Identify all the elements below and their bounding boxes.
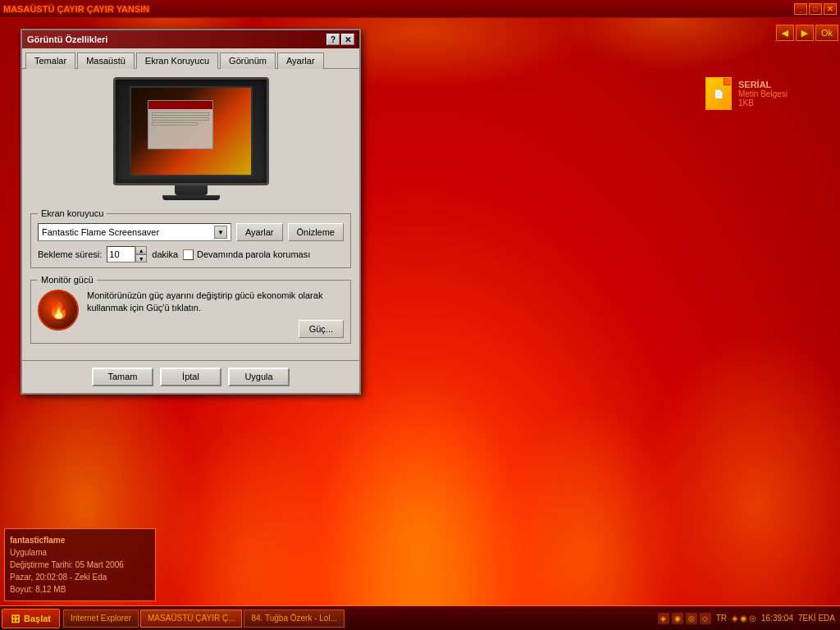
- date: 7EKİ EDA: [798, 614, 835, 623]
- tray-icon-4: ◇: [700, 613, 711, 624]
- screensaver-select[interactable]: Fantastic Flame Screensaver ▼: [38, 223, 231, 241]
- preview-button[interactable]: Önizleme: [288, 223, 344, 241]
- serial-file[interactable]: 📄 SERİAL Metin Belgesi 1KB: [702, 74, 791, 113]
- select-arrow-icon[interactable]: ▼: [214, 226, 227, 239]
- taskbar-items: Internet Explorer MASAÜSTÜ ÇAYIR Ç... 84…: [63, 609, 655, 628]
- tray-icon-1: ◈: [658, 613, 669, 624]
- spinner-down-button[interactable]: ▼: [135, 254, 147, 262]
- power-icon: 🔥: [38, 290, 79, 331]
- wait-input[interactable]: 10: [107, 246, 135, 262]
- app-name: fantasticflame: [10, 534, 150, 546]
- clock: 16:39:04: [761, 614, 793, 623]
- wait-label: Bekleme süresi:: [38, 249, 102, 259]
- screen-miniwindow: [148, 100, 213, 149]
- screensaver-legend: Ekran koruyucu: [38, 208, 107, 218]
- screensaver-value: Fantastic Flame Screensaver: [42, 227, 159, 237]
- wait-row: Bekleme süresi: 10 ▲ ▼ dakika Devamında …: [38, 246, 344, 262]
- title-bar-buttons: _ □ ✕: [794, 3, 837, 15]
- power-description: Monitörünüzün güç ayarını değiştirip güc…: [87, 290, 344, 315]
- ok-nav-button[interactable]: Ok: [815, 25, 838, 41]
- modified-time: Pazar, 20:02:08 - Zeki Eda: [10, 571, 150, 583]
- tray-icons-right: ◈ ◉ ◎: [732, 614, 756, 623]
- app-type: Uygulama: [10, 546, 150, 559]
- maximize-button[interactable]: □: [809, 3, 822, 15]
- window-title: MASAÜSTÜ ÇAYIR ÇAYIR YANSIN: [3, 4, 794, 14]
- monitor-frame: [113, 77, 269, 185]
- monitor-legend: Monitör gücü: [38, 275, 97, 285]
- monitor-preview: [113, 77, 269, 200]
- password-checkbox[interactable]: [183, 249, 194, 260]
- start-button[interactable]: ⊞ Başlat: [2, 609, 60, 628]
- file-name: SERİAL: [738, 80, 788, 89]
- wait-spinner: 10 ▲ ▼: [107, 246, 147, 262]
- windows-icon: ⊞: [11, 612, 21, 625]
- dialog-tabs: Temalar Masaüstü Ekran Koruyucu Görünüm …: [22, 48, 359, 68]
- taskbar: ⊞ Başlat Internet Explorer MASAÜSTÜ ÇAYI…: [0, 605, 840, 630]
- taskbar-tray-icons: ◈ ◉ ◎ ◇: [658, 613, 711, 624]
- file-type: Metin Belgesi: [738, 89, 788, 98]
- monitor-stand: [175, 185, 208, 195]
- screensaver-fieldset: Ekran koruyucu Fantastic Flame Screensav…: [30, 208, 351, 268]
- taskbar-right: ◈ ◉ ◎ ◇ TR ◈ ◉ ◎ 16:39:04 7EKİ EDA: [655, 613, 838, 624]
- language-indicator: TR: [716, 614, 727, 623]
- tab-ekran-koruyucu[interactable]: Ekran Koruyucu: [136, 52, 218, 69]
- size-info: Boyut: 8,12 MB: [10, 583, 150, 596]
- monitor-screen: [130, 86, 253, 176]
- wait-unit: dakika: [152, 249, 178, 259]
- file-icon: 📄: [705, 77, 732, 110]
- back-button[interactable]: ◄: [776, 25, 794, 41]
- tray-icon-3: ◎: [686, 613, 697, 624]
- tab-gorunum[interactable]: Görünüm: [220, 52, 276, 69]
- dialog-window: Görüntü Özellikleri ? ✕ Temalar Masaüstü…: [21, 29, 361, 395]
- dialog-help-button[interactable]: ?: [326, 34, 340, 45]
- close-button[interactable]: ✕: [824, 3, 837, 15]
- power-button[interactable]: Güç...: [299, 320, 344, 338]
- tab-ayarlar[interactable]: Ayarlar: [277, 52, 324, 69]
- minimize-button[interactable]: _: [794, 3, 807, 15]
- info-panel: fantasticflame Uygulama Değiştirme Tarih…: [4, 528, 156, 601]
- start-label: Başlat: [24, 614, 51, 623]
- desktop-item-label: MASAÜSTÜ ÇAYIR Ç...: [148, 614, 235, 623]
- spinner-buttons: ▲ ▼: [135, 246, 147, 262]
- ok-button[interactable]: Tamam: [92, 368, 153, 386]
- dialog-buttons: Tamam İptal Uygula: [22, 360, 359, 393]
- monitor-power-fieldset: Monitör gücü 🔥 Monitörünüzün güç ayarını…: [30, 275, 351, 344]
- dialog-content: Ekran koruyucu Fantastic Flame Screensav…: [22, 68, 359, 360]
- cancel-button[interactable]: İptal: [160, 368, 221, 386]
- tray-icon-r1: ◈: [732, 614, 738, 623]
- modified-label: Değiştirme Tarihi: 05 Mart 2006: [10, 559, 150, 571]
- file-size: 1KB: [738, 98, 788, 107]
- taskbar-item-music[interactable]: 84. Tuğba Özerk - Lol...: [244, 609, 345, 628]
- taskbar-item-desktop[interactable]: MASAÜSTÜ ÇAYIR Ç...: [140, 609, 243, 628]
- dialog-title: Görüntü Özellikleri: [27, 34, 107, 44]
- spinner-up-button[interactable]: ▲: [135, 246, 147, 254]
- tab-temalar[interactable]: Temalar: [25, 52, 75, 69]
- settings-button[interactable]: Ayarlar: [236, 223, 283, 241]
- password-checkbox-label[interactable]: Devamında parola koruması: [183, 249, 310, 260]
- file-info: SERİAL Metin Belgesi 1KB: [738, 80, 788, 107]
- apply-button[interactable]: Uygula: [228, 368, 290, 386]
- password-label-text: Devamında parola koruması: [197, 249, 310, 259]
- ie-label: Internet Explorer: [71, 614, 131, 623]
- dialog-titlebar: Görüntü Özellikleri ? ✕: [22, 30, 359, 48]
- tray-icon-r2: ◉: [740, 614, 747, 623]
- title-bar: MASAÜSTÜ ÇAYIR ÇAYIR YANSIN _ □ ✕: [0, 0, 840, 18]
- monitor-base: [162, 195, 220, 200]
- tab-masaustu[interactable]: Masaüstü: [77, 52, 135, 69]
- power-content: Monitörünüzün güç ayarını değiştirip güc…: [87, 290, 344, 338]
- tray-icon-r3: ◎: [749, 614, 756, 623]
- nav-buttons: ◄ ► Ok: [774, 23, 840, 43]
- screensaver-select-row: Fantastic Flame Screensaver ▼ Ayarlar Ön…: [38, 223, 344, 241]
- tray-icon-2: ◉: [672, 613, 683, 624]
- forward-button[interactable]: ►: [796, 25, 814, 41]
- taskbar-item-ie[interactable]: Internet Explorer: [63, 609, 139, 628]
- dialog-close-button[interactable]: ✕: [341, 34, 354, 45]
- music-item-label: 84. Tuğba Özerk - Lol...: [251, 614, 337, 623]
- dialog-title-buttons: ? ✕: [326, 34, 354, 45]
